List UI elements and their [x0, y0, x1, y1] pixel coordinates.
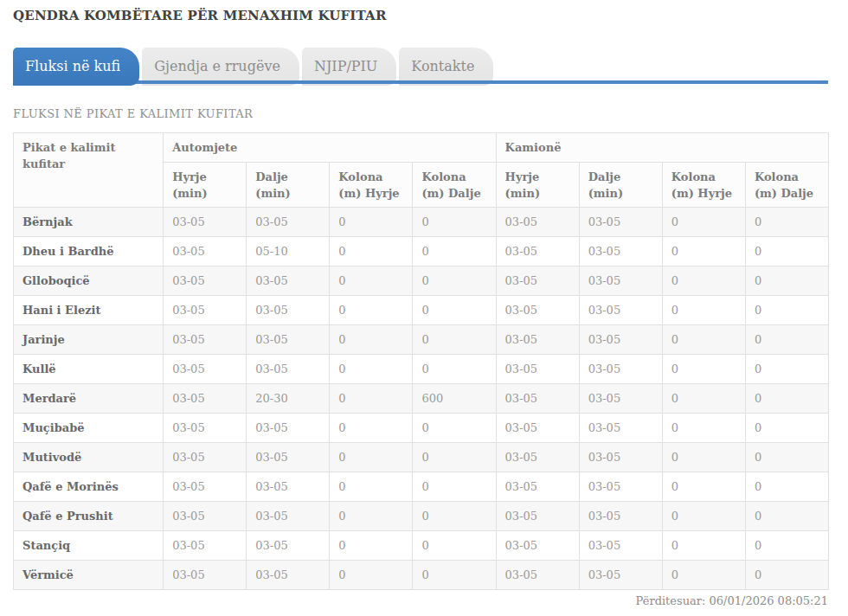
flow-value: 03-05	[164, 472, 247, 502]
flow-value: 03-05	[247, 325, 330, 355]
flow-value: 03-05	[579, 531, 662, 561]
column-header: Dalje (min)	[247, 163, 330, 208]
crossing-point-name: Kullë	[14, 355, 164, 384]
flow-value: 0	[330, 355, 413, 384]
flow-value: 0	[745, 237, 828, 266]
table-row: Muçibabë03-0503-050003-0503-0500	[14, 414, 829, 443]
flow-value: 20-30	[247, 384, 330, 414]
column-header-crossing-points: Pikat e kalimit kufitar	[14, 133, 164, 208]
flow-value: 0	[745, 414, 828, 443]
flow-value: 03-05	[247, 296, 330, 325]
table-row: Stançiq03-0503-050003-0503-0500	[14, 531, 829, 561]
table-row: Dheu i Bardhë03-0505-100003-0503-0500	[14, 237, 829, 266]
column-header: Kolona (m) Dalje	[745, 163, 828, 208]
flow-value: 03-05	[496, 531, 579, 561]
tab-fluksi-ne-kufi[interactable]: Fluksi në kufi	[13, 48, 139, 86]
table-row: Mutivodë03-0503-050003-0503-0500	[14, 443, 829, 472]
flow-value: 0	[330, 502, 413, 531]
flow-value: 03-05	[164, 414, 247, 443]
flow-value: 03-05	[579, 443, 662, 472]
crossing-point-name: Jarinje	[14, 325, 164, 355]
page: QENDRA KOMBËTARE PËR MENAXHIM KUFITAR Fl…	[0, 0, 848, 616]
flow-value: 0	[662, 208, 745, 237]
flow-value: 0	[745, 266, 828, 296]
table-row: Bërnjak03-0503-050003-0503-0500	[14, 208, 829, 237]
flow-value: 0	[745, 531, 828, 561]
flow-value: 03-05	[247, 208, 330, 237]
flow-value: 03-05	[496, 325, 579, 355]
flow-value: 0	[330, 531, 413, 561]
flow-value: 0	[330, 443, 413, 472]
flow-value: 03-05	[579, 414, 662, 443]
crossing-point-name: Qafë e Morinës	[14, 472, 164, 502]
flow-value: 03-05	[579, 384, 662, 414]
flow-value: 03-05	[496, 561, 579, 590]
flow-value: 0	[662, 443, 745, 472]
crossing-point-name: Vërmicë	[14, 561, 164, 590]
flow-value: 0	[330, 296, 413, 325]
flow-value: 0	[413, 502, 496, 531]
flow-value: 03-05	[496, 355, 579, 384]
flow-value: 0	[413, 531, 496, 561]
flow-value: 03-05	[164, 208, 247, 237]
flow-value: 0	[330, 384, 413, 414]
flow-value: 03-05	[579, 266, 662, 296]
flow-value: 03-05	[247, 502, 330, 531]
flow-value: 0	[413, 355, 496, 384]
flow-value: 03-05	[496, 502, 579, 531]
table-row: Qafë e Morinës03-0503-050003-0503-0500	[14, 472, 829, 502]
column-group-kamione: Kamionë	[496, 133, 828, 163]
flow-value: 0	[330, 208, 413, 237]
flow-value: 0	[662, 384, 745, 414]
flow-value: 0	[413, 208, 496, 237]
column-group-automjete: Automjete	[164, 133, 496, 163]
flow-value: 03-05	[496, 472, 579, 502]
flow-value: 0	[745, 443, 828, 472]
flow-value: 03-05	[496, 296, 579, 325]
flow-value: 03-05	[496, 443, 579, 472]
crossing-point-name: Glloboqicë	[14, 266, 164, 296]
flow-value: 0	[745, 296, 828, 325]
flow-value: 0	[662, 414, 745, 443]
flow-value: 03-05	[579, 502, 662, 531]
flow-value: 0	[330, 325, 413, 355]
flow-value: 03-05	[247, 266, 330, 296]
crossing-point-name: Dheu i Bardhë	[14, 237, 164, 266]
flow-value: 0	[413, 296, 496, 325]
flow-value: 03-05	[579, 325, 662, 355]
flow-value: 0	[413, 325, 496, 355]
flow-value: 0	[330, 237, 413, 266]
column-header: Dalje (min)	[579, 163, 662, 208]
crossing-point-name: Mutivodë	[14, 443, 164, 472]
flow-value: 03-05	[579, 237, 662, 266]
flow-value: 0	[662, 502, 745, 531]
flow-value: 0	[662, 296, 745, 325]
crossing-point-name: Bërnjak	[14, 208, 164, 237]
flow-value: 03-05	[579, 472, 662, 502]
column-header: Kolona (m) Dalje	[413, 163, 496, 208]
flow-value: 0	[330, 561, 413, 590]
table-row: Jarinje03-0503-050003-0503-0500	[14, 325, 829, 355]
flow-value: 0	[413, 472, 496, 502]
flow-value: 0	[662, 531, 745, 561]
flow-value: 03-05	[164, 296, 247, 325]
column-header: Hyrje (min)	[496, 163, 579, 208]
flow-value: 0	[745, 561, 828, 590]
last-updated-timestamp: Përditesuar: 06/01/2026 08:05:21	[13, 594, 828, 607]
column-header: Hyrje (min)	[164, 163, 247, 208]
flow-value: 03-05	[496, 266, 579, 296]
flow-value: 03-05	[164, 502, 247, 531]
flow-value: 03-05	[164, 355, 247, 384]
flow-value: 03-05	[247, 414, 330, 443]
flow-value: 03-05	[496, 208, 579, 237]
flow-value: 03-05	[247, 443, 330, 472]
flow-value: 03-05	[496, 414, 579, 443]
flow-value: 03-05	[164, 325, 247, 355]
flow-value: 0	[745, 208, 828, 237]
table-row: Vërmicë03-0503-050003-0503-0500	[14, 561, 829, 590]
table-row: Kullë03-0503-050003-0503-0500	[14, 355, 829, 384]
table-body: Bërnjak03-0503-050003-0503-0500Dheu i Ba…	[14, 208, 829, 590]
flow-value: 03-05	[247, 561, 330, 590]
flow-value: 0	[662, 237, 745, 266]
flow-value: 0	[662, 266, 745, 296]
